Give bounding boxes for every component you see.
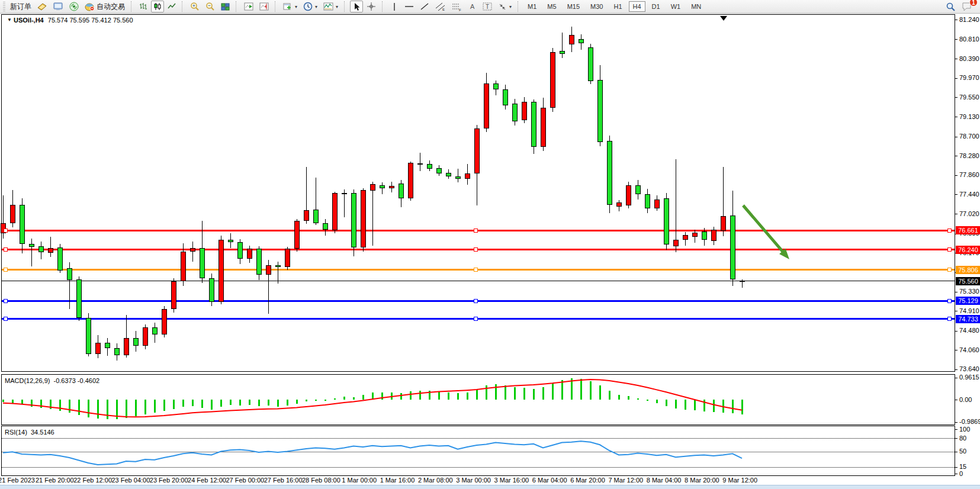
line-handle[interactable] — [947, 317, 952, 321]
candle-wick — [458, 169, 458, 182]
line-chart-button[interactable] — [165, 1, 178, 12]
line-handle[interactable] — [947, 268, 952, 272]
horizontal-line-object[interactable] — [2, 300, 955, 302]
macd-histogram-bar — [12, 400, 14, 403]
macd-histogram-bar — [514, 387, 516, 400]
line-handle[interactable] — [474, 299, 478, 303]
timeframe-button-m5[interactable]: M5 — [543, 1, 560, 12]
candle-body — [522, 102, 527, 120]
channel-tool[interactable]: E — [433, 1, 448, 12]
autotrade-button[interactable]: 自动交易 — [82, 1, 127, 12]
vertical-line-tool[interactable] — [388, 1, 401, 12]
macd-histogram-bar — [211, 400, 213, 410]
macd-histogram-bar — [306, 400, 307, 401]
timeframe-button-m15[interactable]: M15 — [563, 1, 584, 12]
charts-window-icon[interactable] — [51, 1, 66, 12]
horizontal-line-tool[interactable] — [402, 1, 416, 12]
text-tool[interactable]: A — [466, 1, 479, 12]
periods-button[interactable]: ▾ — [301, 1, 320, 12]
horizontal-line-object[interactable] — [2, 230, 955, 231]
timeframe-button-d1[interactable]: D1 — [648, 1, 664, 12]
new-chart-button[interactable]: ▾ — [281, 1, 300, 12]
tile-windows-button[interactable] — [219, 1, 232, 12]
chart-shift-button[interactable] — [257, 1, 271, 12]
price-tick — [955, 59, 957, 59]
svg-text:A: A — [470, 3, 475, 10]
separator — [344, 1, 347, 12]
candle-body — [361, 190, 366, 247]
timeframe-button-h4[interactable]: H4 — [629, 1, 645, 12]
notifications-button[interactable]: 1 — [959, 1, 975, 12]
candle-body — [162, 309, 167, 334]
auto-scroll-button[interactable] — [242, 1, 256, 12]
macd-histogram-bar — [40, 400, 42, 408]
new-order-button[interactable]: 新订单 — [8, 1, 34, 12]
line-handle[interactable] — [4, 229, 8, 233]
price-tick-label: 74.480 — [959, 327, 979, 334]
price-tick — [955, 350, 957, 350]
zoom-in-button[interactable] — [188, 1, 202, 12]
rsi-tick-label: 50 — [959, 448, 966, 455]
macd-histogram-bar — [201, 400, 203, 408]
bar-chart-button[interactable] — [137, 1, 150, 12]
horizontal-line-object[interactable] — [2, 281, 955, 281]
new-order-icon[interactable] — [35, 1, 50, 12]
price-tick — [955, 214, 957, 214]
rsi-tick-label: 15 — [959, 463, 966, 470]
indicators-button[interactable]: ▾ — [321, 1, 340, 12]
fibonacci-tool[interactable]: F — [449, 1, 465, 12]
line-chart-icon — [168, 2, 176, 11]
fibonacci-icon: F — [452, 2, 462, 11]
timeframe-button-m30[interactable]: M30 — [586, 1, 607, 12]
search-button[interactable] — [943, 1, 958, 12]
candlestick-chart-button[interactable] — [151, 1, 164, 12]
line-handle[interactable] — [474, 317, 478, 321]
horizontal-line-object[interactable] — [2, 318, 955, 320]
price-tick — [955, 117, 957, 117]
horizontal-line-object[interactable] — [2, 269, 955, 271]
line-handle[interactable] — [947, 299, 952, 303]
candle-body — [588, 47, 593, 82]
toolbar-grip[interactable] — [3, 2, 5, 11]
time-axis-label: 3 Mar 00:00 — [456, 477, 491, 484]
rsi-pane[interactable] — [1, 426, 955, 476]
zoom-out-button[interactable] — [203, 1, 217, 12]
timeframe-button-mn[interactable]: MN — [687, 1, 705, 12]
cursor-tool-button[interactable] — [350, 1, 363, 12]
notification-badge: 1 — [969, 0, 978, 7]
line-handle[interactable] — [474, 229, 478, 233]
line-handle[interactable] — [4, 247, 8, 252]
macd-histogram-bar — [599, 385, 601, 400]
candle-body — [323, 223, 328, 230]
crosshair-tool-button[interactable] — [364, 1, 378, 12]
line-handle[interactable] — [4, 268, 8, 272]
timeframe-button-w1[interactable]: W1 — [667, 1, 685, 12]
rsi-tick-label: 0 — [959, 470, 963, 477]
time-axis-label: 22 Feb 12:00 — [73, 477, 112, 484]
svg-text:F: F — [459, 8, 461, 11]
line-handle[interactable] — [947, 247, 952, 252]
chart-shift-marker-icon[interactable] — [720, 16, 727, 21]
line-handle[interactable] — [474, 268, 478, 272]
line-handle[interactable] — [474, 247, 478, 252]
timeframe-button-m1[interactable]: M1 — [523, 1, 541, 12]
candle-body — [664, 198, 669, 245]
arrows-tool[interactable]: ▾ — [496, 1, 514, 12]
text-label-tool[interactable]: T — [480, 1, 494, 12]
line-handle[interactable] — [4, 299, 8, 303]
trendline-tool[interactable] — [417, 1, 432, 12]
collapse-arrow-icon[interactable]: ▼ — [7, 17, 12, 22]
signal-icon-button[interactable] — [67, 1, 81, 12]
timeframe-button-h1[interactable]: H1 — [609, 1, 626, 12]
candle-body — [332, 193, 338, 230]
macd-histogram-bar — [666, 400, 667, 406]
line-handle[interactable] — [4, 317, 8, 321]
candle-body — [389, 186, 394, 188]
horizontal-line-object[interactable] — [2, 249, 955, 250]
macd-histogram-bar — [31, 400, 33, 407]
candle-body — [550, 52, 555, 108]
rsi-level-line — [2, 438, 955, 439]
price-tick-label: 79.550 — [959, 94, 979, 101]
rsi-value: 34.5146 — [31, 429, 54, 436]
line-handle[interactable] — [947, 229, 952, 233]
